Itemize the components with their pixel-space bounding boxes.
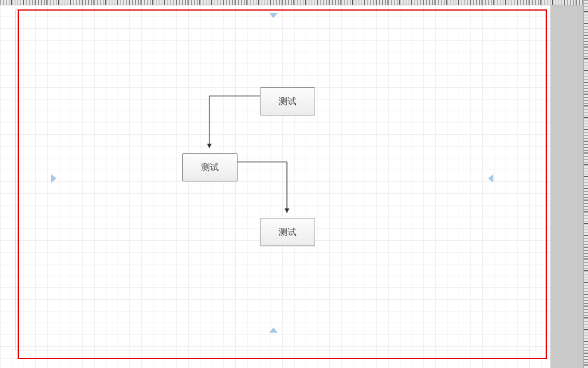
expand-page-right-icon[interactable] bbox=[488, 174, 493, 183]
offpage-gutter bbox=[550, 5, 588, 368]
expand-page-left-icon[interactable] bbox=[51, 174, 56, 183]
ruler-vertical bbox=[583, 0, 588, 368]
flow-node-label: 测试 bbox=[279, 96, 296, 107]
flow-node-3[interactable]: 测试 bbox=[260, 218, 315, 246]
expand-page-up-icon[interactable] bbox=[269, 13, 278, 18]
flow-node-1[interactable]: 测试 bbox=[260, 87, 315, 115]
diagram-editor-viewport: 测试 测试 测试 bbox=[0, 0, 588, 368]
expand-page-down-icon[interactable] bbox=[269, 327, 278, 333]
flow-node-label: 测试 bbox=[279, 227, 296, 238]
flow-node-2[interactable]: 测试 bbox=[182, 153, 238, 181]
flow-node-label: 测试 bbox=[201, 162, 219, 173]
ruler-horizontal bbox=[0, 0, 588, 5]
diagram-canvas[interactable] bbox=[0, 5, 550, 368]
